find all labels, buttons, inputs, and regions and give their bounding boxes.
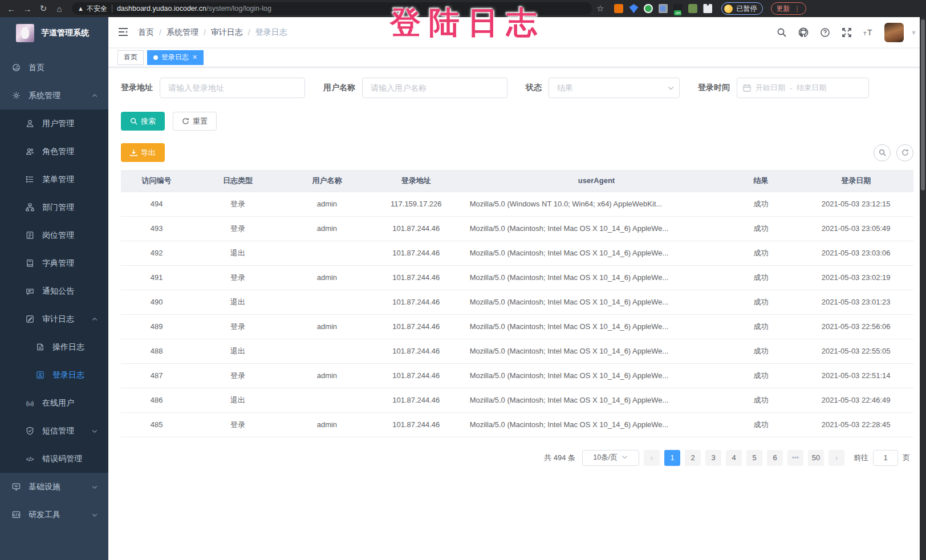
- sidebar-item-12[interactable]: (ω)在线用户: [0, 389, 108, 417]
- extension-grid-icon[interactable]: [659, 4, 668, 13]
- page-button-50[interactable]: 50: [808, 450, 824, 466]
- breadcrumb-item[interactable]: 审计日志: [211, 27, 243, 38]
- infra-icon: [11, 482, 21, 492]
- home-icon[interactable]: ⌂: [52, 2, 66, 15]
- toggle-search-button[interactable]: [874, 144, 891, 161]
- page-button-1[interactable]: 1: [664, 450, 680, 466]
- table-cell: admin: [283, 216, 371, 241]
- site-security-chip[interactable]: ▲ 不安全: [78, 4, 107, 14]
- chevron-down-icon[interactable]: ▼: [911, 29, 917, 36]
- user-avatar[interactable]: [884, 23, 904, 42]
- table-cell: 2021-05-03 22:51:14: [798, 363, 913, 388]
- column-header: 登录地址: [371, 170, 462, 192]
- sidebar-item-3[interactable]: 角色管理: [0, 137, 108, 165]
- sidebar-item-0[interactable]: 首页: [0, 54, 108, 82]
- table-cell: 493: [121, 216, 192, 241]
- login-log-table: 访问编号日志类型用户名称登录地址userAgent结果登录日期 494登录adm…: [121, 170, 913, 437]
- page-button-6[interactable]: 6: [767, 450, 783, 466]
- sidebar-item-4[interactable]: 菜单管理: [0, 165, 108, 193]
- tab-1[interactable]: 登录日志✕: [147, 50, 204, 65]
- page-button-5[interactable]: 5: [746, 450, 762, 466]
- sidebar-item-2[interactable]: 用户管理: [0, 109, 108, 137]
- column-header: 日志类型: [192, 170, 283, 192]
- extensions-puzzle-icon[interactable]: [703, 4, 712, 13]
- sidebar-item-9[interactable]: 审计日志: [0, 305, 108, 333]
- svg-text:T: T: [867, 28, 872, 37]
- sidebar-item-7[interactable]: 字典管理: [0, 249, 108, 277]
- sidebar-logo[interactable]: 芋道管理系统: [0, 17, 108, 49]
- sidebar-item-10[interactable]: 操作日志: [0, 333, 108, 361]
- sidebar-item-14[interactable]: </>错误码管理: [0, 445, 108, 473]
- sidebar-item-8[interactable]: 通知公告: [0, 277, 108, 305]
- close-icon[interactable]: ✕: [192, 54, 197, 61]
- page-button-3[interactable]: 3: [705, 450, 721, 466]
- table-cell: 成功: [723, 363, 798, 388]
- login-time-range-picker[interactable]: 开始日期 - 结束日期: [737, 78, 869, 98]
- kebab-menu-icon[interactable]: ⋮: [793, 5, 801, 13]
- font-size-icon[interactable]: TT: [863, 27, 874, 38]
- dict-icon: [25, 259, 34, 268]
- page-content: 登录地址 用户名称 状态 登录时间: [108, 67, 926, 560]
- goto-page-input[interactable]: [873, 450, 898, 466]
- table-cell: admin: [283, 314, 371, 339]
- refresh-button[interactable]: [896, 144, 913, 161]
- breadcrumb-item[interactable]: 首页: [138, 27, 154, 38]
- help-icon[interactable]: [819, 27, 831, 38]
- export-button[interactable]: 导出: [121, 143, 165, 162]
- more-pages-button[interactable]: •••: [787, 450, 803, 466]
- sidebar-item-15[interactable]: 基础设施: [0, 473, 108, 501]
- table-cell: 101.87.244.46: [371, 388, 462, 412]
- extension-switch-on-icon[interactable]: [673, 4, 683, 13]
- hamburger-icon[interactable]: [117, 26, 130, 39]
- search-button[interactable]: 搜索: [121, 112, 165, 131]
- sidebar-item-13[interactable]: 短信管理: [0, 417, 108, 445]
- extension-leaf-icon[interactable]: [688, 4, 697, 13]
- next-page-button[interactable]: ›: [828, 450, 844, 466]
- sidebar-item-label: 角色管理: [42, 147, 74, 157]
- sidebar-item-label: 审计日志: [42, 314, 74, 324]
- table-cell: 486: [121, 388, 192, 412]
- page-button-2[interactable]: 2: [685, 450, 701, 466]
- login-address-input[interactable]: [160, 78, 305, 98]
- start-date-placeholder: 开始日期: [756, 83, 785, 93]
- table-row: 488退出101.87.244.46Mozilla/5.0 (Macintosh…: [121, 339, 913, 363]
- table-cell: 2021-05-03 23:03:06: [798, 241, 913, 265]
- scrollbar-thumb[interactable]: [921, 19, 925, 190]
- prev-page-button[interactable]: ‹: [644, 450, 660, 466]
- menu-list-icon: [25, 175, 34, 184]
- sms-icon: [25, 427, 34, 436]
- page-scrollbar[interactable]: [920, 17, 926, 560]
- extension-ublock-icon[interactable]: [614, 4, 623, 13]
- security-label: 不安全: [87, 4, 107, 14]
- reload-icon[interactable]: ↻: [36, 2, 50, 15]
- table-cell: 2021-05-03 22:55:05: [798, 339, 913, 363]
- sidebar-item-1[interactable]: 系统管理: [0, 82, 108, 109]
- chrome-update-button[interactable]: 更新 ⋮: [771, 2, 806, 15]
- sidebar-menu: 首页系统管理用户管理角色管理菜单管理部门管理岗位管理字典管理通知公告审计日志操作…: [0, 54, 108, 529]
- sidebar-item-5[interactable]: 部门管理: [0, 193, 108, 221]
- status-select[interactable]: [549, 78, 680, 98]
- extensions-tray: [614, 4, 712, 13]
- sidebar-item-11[interactable]: 登录日志: [0, 361, 108, 389]
- sidebar-item-16[interactable]: 研发工具: [0, 501, 108, 529]
- table-row: 492退出101.87.244.46Mozilla/5.0 (Macintosh…: [121, 241, 913, 265]
- table-body: 494登录admin117.159.17.226Mozilla/5.0 (Win…: [121, 192, 913, 437]
- back-icon[interactable]: ←: [5, 2, 18, 15]
- search-icon[interactable]: [776, 27, 787, 38]
- page-size-select[interactable]: 10条/页: [582, 450, 639, 466]
- github-icon[interactable]: [798, 27, 809, 38]
- username-input[interactable]: [362, 78, 507, 98]
- extension-gem-icon[interactable]: [629, 4, 638, 13]
- page-button-4[interactable]: 4: [726, 450, 742, 466]
- sidebar-item-6[interactable]: 岗位管理: [0, 221, 108, 249]
- bookmark-star-icon[interactable]: ☆: [596, 3, 604, 14]
- breadcrumb-item[interactable]: 系统管理: [166, 27, 198, 38]
- table-cell: Mozilla/5.0 (Macintosh; Intel Mac OS X 1…: [462, 265, 724, 290]
- fullscreen-icon[interactable]: [841, 27, 852, 38]
- forward-icon[interactable]: →: [21, 2, 34, 15]
- profile-paused-badge[interactable]: 已暂停: [721, 2, 763, 15]
- reset-button[interactable]: 重置: [173, 112, 217, 131]
- tab-0[interactable]: 首页: [117, 50, 144, 65]
- extension-sync-icon[interactable]: [644, 4, 653, 13]
- status-select-input[interactable]: [549, 78, 680, 98]
